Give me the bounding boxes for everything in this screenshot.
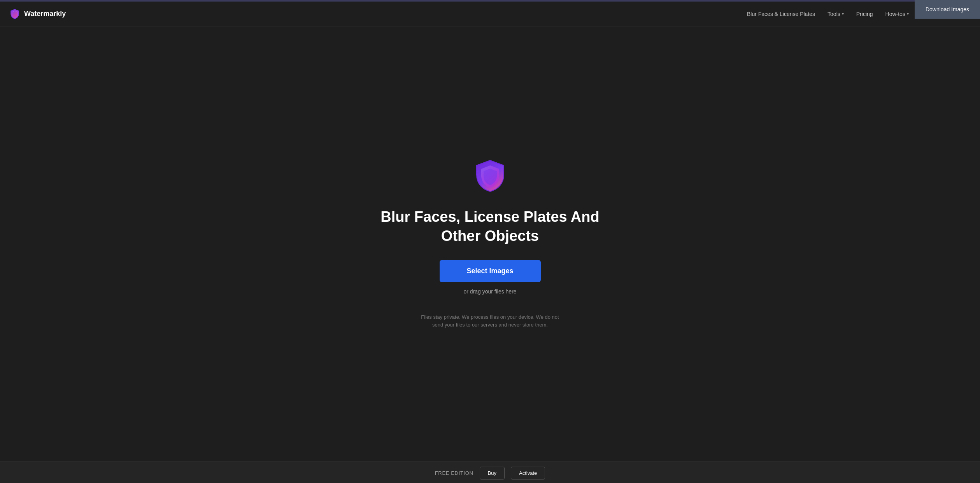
drag-text: or drag your files here — [463, 288, 516, 295]
download-images-button[interactable]: Download Images — [915, 0, 980, 19]
brand-name: Watermarkly — [24, 10, 66, 18]
edition-label: FREE EDITION — [435, 470, 473, 476]
howtos-chevron-icon: ▾ — [907, 12, 909, 16]
nav-item-howtos[interactable]: How-tos ▾ — [885, 11, 909, 17]
select-images-button[interactable]: Select Images — [440, 260, 541, 282]
hero-icon — [473, 158, 508, 195]
buy-button[interactable]: Buy — [480, 467, 505, 479]
nav-item-tools[interactable]: Tools ▾ — [827, 11, 844, 17]
brand-shield-icon — [9, 9, 20, 19]
nav-link-howtos[interactable]: How-tos ▾ — [885, 11, 909, 17]
tools-chevron-icon: ▾ — [842, 12, 844, 16]
privacy-text: Files stay private. We process files on … — [416, 313, 564, 330]
bottom-bar: FREE EDITION Buy Activate — [0, 461, 980, 483]
brand-logo[interactable]: Watermarkly — [9, 9, 66, 19]
nav-item-pricing[interactable]: Pricing — [856, 11, 873, 17]
main-content: Blur Faces, License Plates And Other Obj… — [0, 26, 980, 461]
nav-link-pricing[interactable]: Pricing — [856, 11, 873, 17]
hero-title: Blur Faces, License Plates And Other Obj… — [380, 207, 599, 246]
nav-link-blur-faces[interactable]: Blur Faces & License Plates — [747, 11, 815, 17]
hero-shield-icon — [473, 158, 508, 193]
nav-link-tools[interactable]: Tools ▾ — [827, 11, 844, 17]
nav-item-blur-faces[interactable]: Blur Faces & License Plates — [747, 11, 815, 17]
activate-button[interactable]: Activate — [511, 467, 545, 479]
navbar: Watermarkly Blur Faces & License Plates … — [0, 2, 980, 26]
